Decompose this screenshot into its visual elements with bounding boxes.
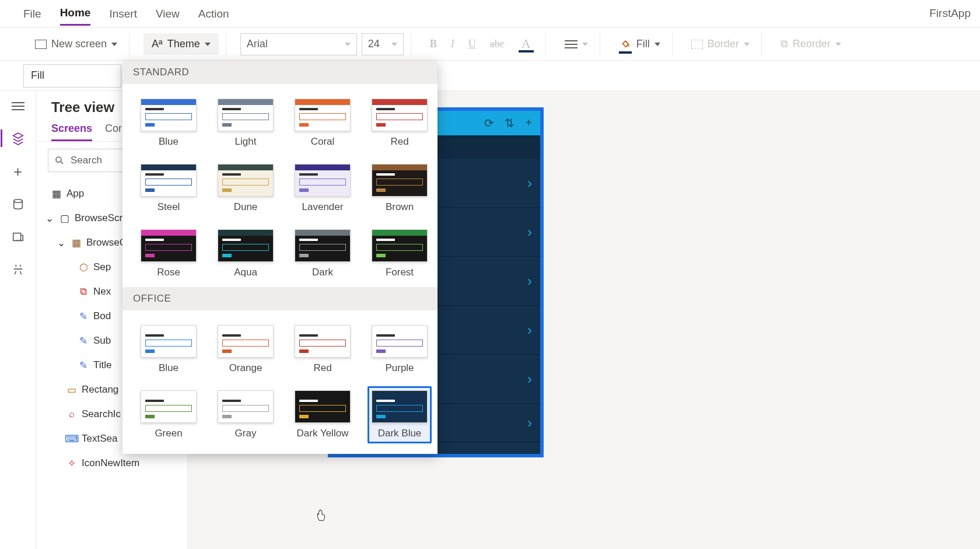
fill-label: Fill <box>636 38 650 50</box>
underline-button[interactable]: U <box>464 36 481 53</box>
strike-button[interactable]: abc <box>485 36 509 53</box>
chevron-down-icon <box>391 43 397 46</box>
menu-file[interactable]: File <box>23 3 41 25</box>
reorder-label: Reorder <box>793 38 831 50</box>
theme-preview <box>372 164 428 197</box>
theme-option-brown[interactable]: Brown <box>368 160 432 217</box>
border-label: Border <box>708 38 739 50</box>
tree-label: TextSea <box>82 433 117 445</box>
theme-option-forest[interactable]: Forest <box>368 225 432 282</box>
theme-option-dark-yellow[interactable]: Dark Yellow <box>290 386 355 443</box>
gallery-icon: ▦ <box>71 237 82 248</box>
font-select[interactable]: Arial <box>240 33 357 55</box>
theme-name: Red <box>390 136 408 148</box>
italic-button[interactable]: I <box>446 36 459 53</box>
theme-preview <box>141 390 197 423</box>
align-button[interactable] <box>560 38 593 51</box>
theme-name: Lavender <box>302 201 344 213</box>
theme-name: Forest <box>386 267 414 278</box>
tree-label: BrowseC <box>86 237 127 249</box>
tree-label: App <box>66 188 84 200</box>
chevron-down-icon <box>654 43 660 46</box>
theme-option-orange[interactable]: Orange <box>214 321 278 378</box>
reorder-button[interactable]: ⧉ Reorder <box>776 36 846 53</box>
theme-name: Red <box>313 362 331 374</box>
refresh-icon[interactable]: ⟳ <box>484 116 494 130</box>
theme-option-lavender[interactable]: Lavender <box>290 160 355 217</box>
property-select[interactable]: Fill <box>23 64 121 88</box>
theme-preview <box>218 99 274 131</box>
theme-option-dune[interactable]: Dune <box>214 160 278 217</box>
tab-screens[interactable]: Screens <box>51 123 92 141</box>
theme-option-blue[interactable]: Blue <box>136 95 201 152</box>
svg-rect-1 <box>13 233 20 241</box>
new-screen-button[interactable]: New screen <box>30 36 122 53</box>
media-icon[interactable] <box>11 230 25 244</box>
theme-preview <box>295 99 351 131</box>
chevron-right-icon: › <box>527 322 532 338</box>
tree-label: Bod <box>93 310 111 322</box>
menu-home[interactable]: Home <box>60 2 91 26</box>
color-swatch <box>519 50 534 53</box>
theme-preview <box>218 229 274 262</box>
data-icon[interactable] <box>11 197 25 211</box>
hamburger-icon[interactable] <box>11 99 25 113</box>
tree-node[interactable]: ✧ IconNewItem <box>36 451 187 475</box>
theme-option-aqua[interactable]: Aqua <box>214 225 278 282</box>
font-color-button[interactable]: A <box>514 34 538 55</box>
theme-preview <box>141 99 197 131</box>
chevron-down-icon <box>111 43 117 46</box>
chevron-right-icon: › <box>527 224 532 240</box>
theme-preview <box>295 229 351 262</box>
font-size-select[interactable]: 24 <box>362 33 404 55</box>
border-button[interactable]: Border <box>687 36 754 53</box>
theme-preview <box>295 164 351 197</box>
theme-name: Green <box>155 428 182 439</box>
menu-view[interactable]: View <box>156 3 180 25</box>
tree-view-icon[interactable] <box>11 132 25 146</box>
theme-option-light[interactable]: Light <box>214 95 278 152</box>
theme-preview <box>295 390 351 423</box>
theme-name: Blue <box>159 362 178 374</box>
theme-option-steel[interactable]: Steel <box>136 160 201 217</box>
chevron-down-icon <box>744 43 750 46</box>
tree-label: Title <box>93 359 112 371</box>
menu-insert[interactable]: Insert <box>109 3 137 25</box>
screen-icon: ▢ <box>60 213 70 223</box>
theme-label: Theme <box>167 38 200 50</box>
tools-icon[interactable] <box>11 263 25 277</box>
theme-option-blue[interactable]: Blue <box>136 321 201 378</box>
theme-name: Brown <box>386 201 414 213</box>
theme-option-coral[interactable]: Coral <box>290 95 355 152</box>
theme-option-rose[interactable]: Rose <box>136 225 201 282</box>
plus-icon[interactable]: + <box>525 116 532 130</box>
theme-option-dark[interactable]: Dark <box>290 225 355 282</box>
tree-label: Sub <box>93 335 111 347</box>
fill-icon <box>619 36 632 52</box>
tab-components[interactable]: Cor <box>105 123 122 141</box>
fill-button[interactable]: Fill <box>614 34 665 54</box>
next-icon: ⧉ <box>78 286 89 297</box>
bold-button[interactable]: B <box>425 36 442 53</box>
theme-option-gray[interactable]: Gray <box>214 386 278 443</box>
theme-button[interactable]: Aª Theme <box>144 33 219 55</box>
border-icon <box>691 40 703 49</box>
insert-icon[interactable]: + <box>11 165 25 179</box>
theme-option-red[interactable]: Red <box>290 321 355 378</box>
chevron-right-icon: › <box>527 273 532 289</box>
theme-preview <box>372 99 428 131</box>
chevron-down-icon <box>205 43 211 46</box>
theme-option-purple[interactable]: Purple <box>368 321 432 378</box>
theme-preview <box>141 164 197 197</box>
tree-label: Nex <box>93 286 111 298</box>
theme-name: Dune <box>234 201 258 213</box>
sort-icon[interactable]: ⇅ <box>505 116 514 130</box>
theme-option-green[interactable]: Green <box>136 386 201 443</box>
theme-option-red[interactable]: Red <box>368 95 432 152</box>
theme-name: Purple <box>385 362 414 374</box>
menu-action[interactable]: Action <box>198 3 229 25</box>
chevron-down-icon: ⌄ <box>44 213 55 223</box>
theme-option-dark-blue[interactable]: Dark Blue <box>368 386 432 443</box>
search-icon: ⌕ <box>66 409 77 419</box>
tree-label: Sep <box>93 261 111 273</box>
